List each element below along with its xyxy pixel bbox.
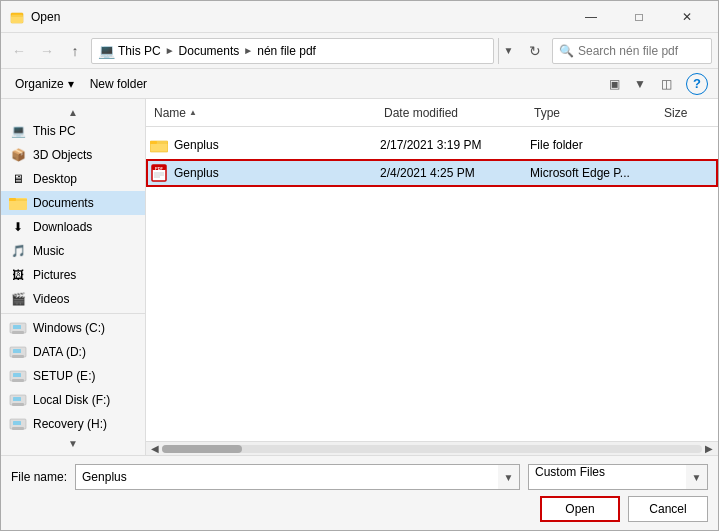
- pictures-icon: 🖼: [9, 266, 27, 284]
- search-box[interactable]: 🔍: [552, 38, 712, 64]
- file-name-cell: Genplus: [150, 136, 380, 154]
- name-column-header[interactable]: Name ▲: [150, 99, 380, 126]
- filename-dropdown-button[interactable]: ▼: [498, 464, 520, 490]
- title-bar-controls: — □ ✕: [568, 2, 710, 32]
- file-date-cell: 2/4/2021 4:25 PM: [380, 166, 530, 180]
- back-button[interactable]: ←: [7, 39, 31, 63]
- desktop-icon: 🖥: [9, 170, 27, 188]
- sidebar: ▲ 💻 This PC 📦 3D Objects 🖥 Desktop: [1, 99, 146, 455]
- documents-icon: [9, 194, 27, 212]
- new-folder-button[interactable]: New folder: [86, 73, 151, 95]
- 3d-objects-icon: 📦: [9, 146, 27, 164]
- sidebar-item-3d-objects[interactable]: 📦 3D Objects: [1, 143, 145, 167]
- downloads-icon: ⬇: [9, 218, 27, 236]
- maximize-button[interactable]: □: [616, 2, 662, 32]
- svg-rect-9: [13, 349, 21, 353]
- pdf-icon: PDF: [150, 164, 168, 182]
- date-column-header[interactable]: Date modified: [380, 99, 530, 126]
- organize-button[interactable]: Organize ▾: [11, 73, 78, 95]
- scroll-thumb[interactable]: [162, 445, 242, 453]
- svg-rect-12: [13, 373, 21, 377]
- crumb-current: nén file pdf: [257, 44, 316, 58]
- sidebar-item-pictures[interactable]: 🖼 Pictures: [1, 263, 145, 287]
- data-d-icon: [9, 343, 27, 361]
- sidebar-item-music[interactable]: 🎵 Music: [1, 239, 145, 263]
- svg-rect-8: [12, 355, 24, 358]
- address-bar[interactable]: 💻 This PC ► Documents ► nén file pdf: [91, 38, 494, 64]
- sidebar-item-setup-e[interactable]: SETUP (E:): [1, 364, 145, 388]
- organize-toolbar: Organize ▾ New folder ▣ ▼ ◫ ?: [1, 69, 718, 99]
- folder-icon: [150, 136, 168, 154]
- sidebar-item-videos[interactable]: 🎬 Videos: [1, 287, 145, 311]
- videos-icon: 🎬: [9, 290, 27, 308]
- sidebar-item-downloads[interactable]: ⬇ Downloads: [1, 215, 145, 239]
- search-icon: 🔍: [559, 44, 574, 58]
- svg-rect-20: [150, 141, 157, 144]
- setup-e-icon: [9, 367, 27, 385]
- open-button[interactable]: Open: [540, 496, 620, 522]
- view-dropdown-button[interactable]: ▼: [628, 72, 652, 96]
- scroll-right-button[interactable]: ▶: [702, 442, 716, 456]
- close-button[interactable]: ✕: [664, 2, 710, 32]
- sidebar-item-windows-c[interactable]: Windows (C:): [1, 316, 145, 340]
- local-disk-f-icon: [9, 391, 27, 409]
- sidebar-item-data-d[interactable]: DATA (D:): [1, 340, 145, 364]
- svg-rect-17: [12, 427, 24, 430]
- svg-rect-5: [12, 331, 24, 334]
- file-type-cell: File folder: [530, 138, 660, 152]
- svg-rect-6: [13, 325, 21, 329]
- sidebar-scroll-up[interactable]: ▲: [1, 105, 145, 119]
- svg-rect-11: [12, 379, 24, 382]
- svg-rect-14: [12, 403, 24, 406]
- sidebar-item-documents[interactable]: Documents: [1, 191, 145, 215]
- address-dropdown-button[interactable]: ▼: [498, 38, 518, 64]
- sidebar-scroll-down[interactable]: ▼: [1, 436, 145, 450]
- recovery-h-icon: [9, 415, 27, 433]
- svg-rect-15: [13, 397, 21, 401]
- action-buttons-row: Open Cancel: [11, 496, 708, 522]
- scroll-track: [162, 445, 702, 453]
- type-column-header[interactable]: Type: [530, 99, 660, 126]
- svg-rect-18: [13, 421, 21, 425]
- filetype-dropdown-button[interactable]: ▼: [686, 464, 708, 490]
- crumb-documents: Documents: [179, 44, 240, 58]
- sidebar-item-desktop[interactable]: 🖥 Desktop: [1, 167, 145, 191]
- file-name-cell: PDF Genplus: [150, 164, 380, 182]
- main-content: ▲ 💻 This PC 📦 3D Objects 🖥 Desktop: [1, 99, 718, 455]
- this-pc-icon: 💻: [9, 122, 27, 140]
- svg-rect-3: [9, 198, 16, 201]
- horizontal-scrollbar[interactable]: ◀ ▶: [146, 441, 718, 455]
- file-date-cell: 2/17/2021 3:19 PM: [380, 138, 530, 152]
- list-view-button[interactable]: ▣: [602, 72, 626, 96]
- bottom-bar: File name: ▼ Custom Files ▼ Open Cancel: [1, 455, 718, 530]
- filetype-select[interactable]: Custom Files: [528, 464, 686, 490]
- help-button[interactable]: ?: [686, 73, 708, 95]
- cancel-button[interactable]: Cancel: [628, 496, 708, 522]
- preview-button[interactable]: ◫: [654, 72, 678, 96]
- file-row[interactable]: Genplus 2/17/2021 3:19 PM File folder: [146, 131, 718, 159]
- scroll-left-button[interactable]: ◀: [148, 442, 162, 456]
- minimize-button[interactable]: —: [568, 2, 614, 32]
- dialog-title: Open: [31, 10, 568, 24]
- filename-input-wrapper: ▼: [75, 464, 520, 490]
- forward-button[interactable]: →: [35, 39, 59, 63]
- dialog-icon: [9, 9, 25, 25]
- file-list-body: Genplus 2/17/2021 3:19 PM File folder PD…: [146, 127, 718, 441]
- breadcrumb: 💻 This PC ► Documents ► nén file pdf: [98, 43, 316, 59]
- search-input[interactable]: [578, 44, 705, 58]
- windows-c-icon: [9, 319, 27, 337]
- sidebar-item-recovery-h[interactable]: Recovery (H:): [1, 412, 145, 436]
- filename-input[interactable]: [75, 464, 498, 490]
- sidebar-item-this-pc[interactable]: 💻 This PC: [1, 119, 145, 143]
- file-list-header: Name ▲ Date modified Type Size: [146, 99, 718, 127]
- title-bar: Open — □ ✕: [1, 1, 718, 33]
- size-column-header[interactable]: Size: [660, 99, 714, 126]
- file-row[interactable]: PDF Genplus 2/4/2021 4:25 PM Microsoft E…: [146, 159, 718, 187]
- sidebar-item-local-disk-f[interactable]: Local Disk (F:): [1, 388, 145, 412]
- up-button[interactable]: ↑: [63, 39, 87, 63]
- crumb-this-pc: 💻 This PC: [98, 43, 161, 59]
- refresh-button[interactable]: ↻: [522, 38, 548, 64]
- file-area: Name ▲ Date modified Type Size: [146, 99, 718, 455]
- music-icon: 🎵: [9, 242, 27, 260]
- name-sort-icon: ▲: [189, 108, 197, 117]
